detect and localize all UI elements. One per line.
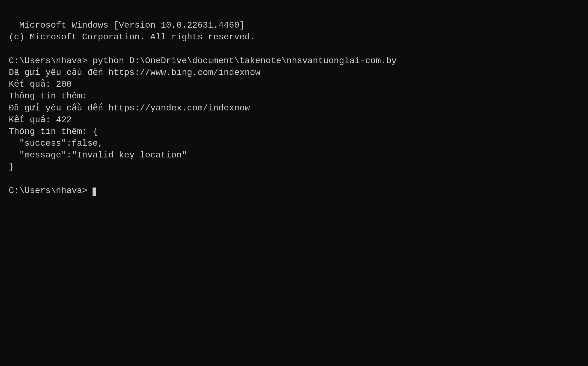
cursor — [93, 188, 96, 196]
terminal-window[interactable]: Microsoft Windows [Version 10.0.22631.44… — [0, 0, 588, 366]
terminal-output: Microsoft Windows [Version 10.0.22631.44… — [9, 20, 397, 196]
